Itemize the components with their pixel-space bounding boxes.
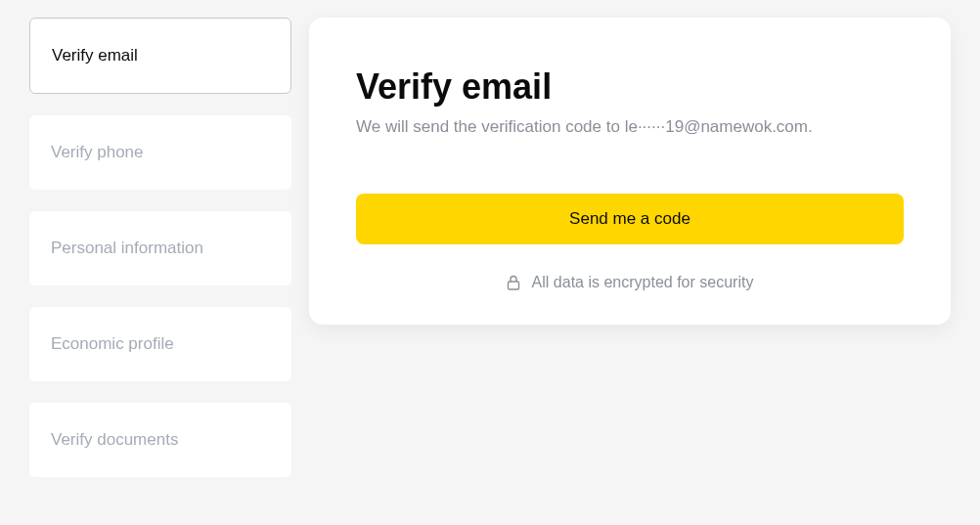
sidebar-item-personal-information[interactable]: Personal information [29, 211, 291, 285]
sidebar-item-label: Personal information [51, 239, 203, 257]
sidebar-item-economic-profile[interactable]: Economic profile [29, 307, 291, 381]
sidebar-item-verify-email[interactable]: Verify email [29, 18, 291, 94]
sidebar-item-label: Verify email [52, 46, 138, 65]
lock-icon [507, 275, 520, 290]
page-title: Verify email [356, 66, 904, 108]
security-note: All data is encrypted for security [356, 274, 904, 291]
send-code-button[interactable]: Send me a code [356, 194, 904, 244]
main-card: Verify email We will send the verificati… [309, 18, 951, 325]
security-note-text: All data is encrypted for security [532, 274, 754, 291]
sidebar-item-label: Verify phone [51, 143, 144, 161]
sidebar-item-verify-phone[interactable]: Verify phone [29, 115, 291, 190]
sidebar-item-verify-documents[interactable]: Verify documents [29, 403, 291, 477]
page-container: Verify email Verify phone Personal infor… [0, 0, 980, 495]
page-subtitle: We will send the verification code to le… [356, 117, 904, 137]
sidebar: Verify email Verify phone Personal infor… [29, 18, 291, 477]
svg-rect-0 [508, 282, 518, 289]
sidebar-item-label: Economic profile [51, 334, 174, 353]
sidebar-item-label: Verify documents [51, 430, 178, 449]
